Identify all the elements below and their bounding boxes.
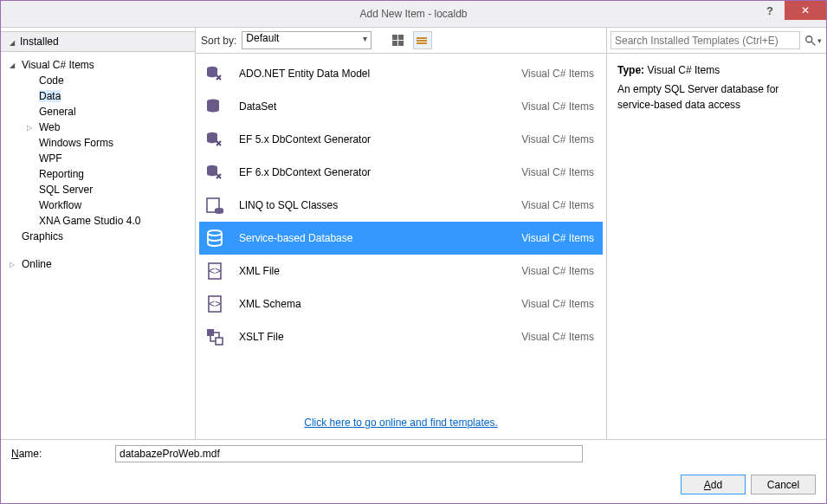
footer: Name: Add Cancel xyxy=(1,439,826,503)
type-value: Visual C# Items xyxy=(647,64,720,76)
template-item-category: Visual C# Items xyxy=(521,232,594,244)
help-button[interactable]: ? xyxy=(755,1,785,20)
template-item-category: Visual C# Items xyxy=(521,265,594,277)
template-item-linq-to-sql-classes[interactable]: LINQ to SQL Classes Visual C# Items xyxy=(199,189,603,222)
sidebar-item-xna-game-studio-4-0[interactable]: XNA Game Studio 4.0 xyxy=(23,213,190,229)
chevron-right-icon xyxy=(27,123,36,132)
template-item-name: ADO.NET Entity Data Model xyxy=(239,68,509,80)
template-item-name: LINQ to SQL Classes xyxy=(239,199,509,211)
template-item-name: EF 5.x DbContext Generator xyxy=(239,133,509,145)
template-item-category: Visual C# Items xyxy=(521,199,594,211)
view-grid-button[interactable] xyxy=(389,31,408,49)
svg-text:<>: <> xyxy=(209,265,221,277)
sidebar-item-sql-server[interactable]: SQL Server xyxy=(23,182,190,197)
sidebar-item-visual-c-items[interactable]: Visual C# Items xyxy=(6,57,190,73)
template-item-category: Visual C# Items xyxy=(521,68,594,80)
sidebar-item-windows-forms[interactable]: Windows Forms xyxy=(23,135,190,151)
template-item-name: XML File xyxy=(239,265,509,277)
entity-icon xyxy=(203,61,227,86)
svg-point-13 xyxy=(806,36,812,42)
sidebar-item-data[interactable]: Data xyxy=(23,88,190,104)
template-item-xslt-file[interactable]: XSLT File Visual C# Items xyxy=(199,320,603,353)
db-icon xyxy=(203,226,227,250)
type-description: An empty SQL Server database for service… xyxy=(617,81,816,113)
sidebar-item-workflow[interactable]: Workflow xyxy=(23,197,190,213)
svg-text:<>: <> xyxy=(209,298,221,310)
right-panel: ▾ Type: Visual C# Items An empty SQL Ser… xyxy=(607,28,826,439)
sidebar-item-web[interactable]: Web xyxy=(23,120,190,135)
template-item-name: DataSet xyxy=(239,100,509,113)
window-title: Add New Item - localdb xyxy=(359,8,467,20)
xslt-icon xyxy=(203,325,227,349)
close-button[interactable]: ✕ xyxy=(785,1,826,20)
search-icon xyxy=(804,35,817,47)
svg-rect-12 xyxy=(216,338,223,345)
template-item-xml-schema[interactable]: <> XML Schema Visual C# Items xyxy=(199,288,603,320)
sidebar-item-graphics[interactable]: Graphics xyxy=(6,229,190,244)
template-item-ado-net-entity-data-model[interactable]: ADO.NET Entity Data Model Visual C# Item… xyxy=(199,57,603,90)
svg-point-6 xyxy=(208,230,222,236)
template-item-xml-file[interactable]: <> XML File Visual C# Items xyxy=(199,255,603,288)
template-item-category: Visual C# Items xyxy=(521,100,594,113)
sort-by-select[interactable]: Default xyxy=(242,31,372,49)
template-item-category: Visual C# Items xyxy=(521,298,594,310)
dataset-icon xyxy=(203,94,227,119)
sort-by-label: Sort by: xyxy=(201,35,236,47)
template-item-dataset[interactable]: DataSet Visual C# Items xyxy=(199,90,603,123)
template-item-category: Visual C# Items xyxy=(521,331,594,343)
sidebar-item-general[interactable]: General xyxy=(23,104,190,120)
xsd-icon: <> xyxy=(203,292,227,316)
ef-icon xyxy=(203,127,227,152)
template-item-ef-6-x-dbcontext-generator[interactable]: EF 6.x DbContext Generator Visual C# Ite… xyxy=(199,156,603,189)
template-item-service-based-database[interactable]: Service-based Database Visual C# Items xyxy=(199,222,603,255)
template-item-name: EF 6.x DbContext Generator xyxy=(239,166,509,178)
sidebar-header-installed[interactable]: Installed xyxy=(1,31,195,52)
title-bar: Add New Item - localdb ? ✕ xyxy=(1,1,826,27)
details-pane: Type: Visual C# Items An empty SQL Serve… xyxy=(607,54,826,121)
chevron-down-icon xyxy=(10,36,15,48)
template-item-name: Service-based Database xyxy=(239,232,509,244)
grid-icon xyxy=(392,35,404,46)
name-input[interactable] xyxy=(115,445,583,462)
sidebar-online[interactable]: Online xyxy=(1,256,195,272)
name-label: Name: xyxy=(11,448,107,460)
online-templates-link-row: Click here to go online and find templat… xyxy=(196,406,606,439)
svg-line-14 xyxy=(811,41,815,44)
online-templates-link[interactable]: Click here to go online and find templat… xyxy=(304,417,497,429)
chevron-right-icon xyxy=(10,260,18,268)
chevron-down-icon xyxy=(10,61,18,69)
toolbar: Sort by: Default xyxy=(196,28,606,54)
sidebar-item-reporting[interactable]: Reporting xyxy=(23,166,190,182)
xml-icon: <> xyxy=(203,259,227,283)
sidebar-item-wpf[interactable]: WPF xyxy=(23,151,190,166)
search-input[interactable] xyxy=(611,31,800,49)
template-item-name: XSLT File xyxy=(239,331,509,343)
template-item-category: Visual C# Items xyxy=(521,133,594,145)
svg-rect-11 xyxy=(207,329,214,336)
type-label: Type: xyxy=(617,64,644,76)
template-item-category: Visual C# Items xyxy=(521,166,594,178)
sidebar: Installed Visual C# ItemsCodeDataGeneral… xyxy=(1,28,196,439)
search-button[interactable]: ▾ xyxy=(804,31,823,49)
template-item-name: XML Schema xyxy=(239,298,509,310)
center-panel: Sort by: Default ADO.NET Entity Data Mod… xyxy=(196,28,607,439)
ef-icon xyxy=(203,160,227,184)
list-icon xyxy=(417,37,429,44)
template-list[interactable]: ADO.NET Entity Data Model Visual C# Item… xyxy=(196,54,606,406)
add-button[interactable]: Add xyxy=(681,475,746,494)
sidebar-item-code[interactable]: Code xyxy=(23,73,190,88)
template-item-ef-5-x-dbcontext-generator[interactable]: EF 5.x DbContext Generator Visual C# Ite… xyxy=(199,123,603,156)
view-list-button[interactable] xyxy=(413,31,432,49)
linq-icon xyxy=(203,193,227,217)
cancel-button[interactable]: Cancel xyxy=(751,475,816,494)
